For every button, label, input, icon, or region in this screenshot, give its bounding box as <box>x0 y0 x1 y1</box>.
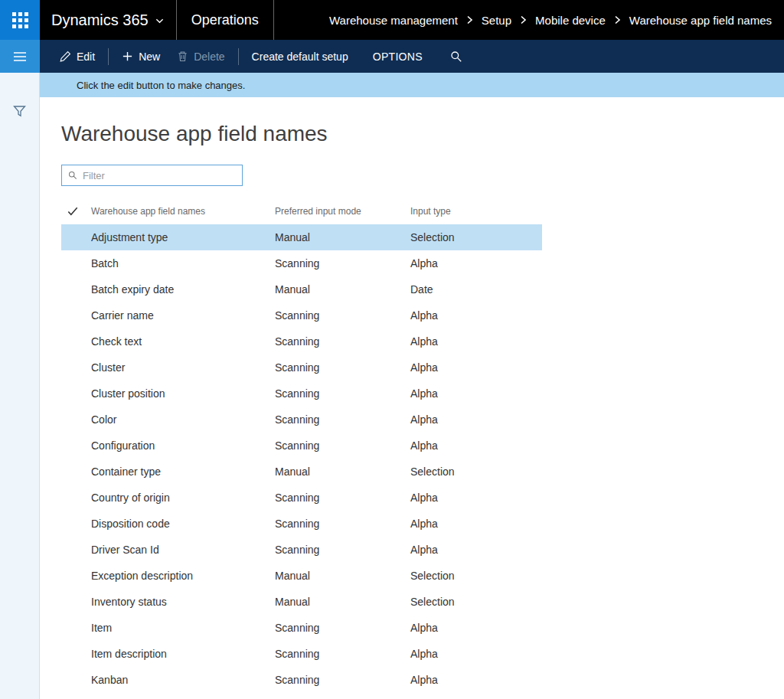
field-name-cell[interactable]: Item description <box>91 648 275 660</box>
column-header-input-type[interactable]: Input type <box>410 206 542 217</box>
field-name-cell[interactable]: Container type <box>91 465 275 478</box>
new-button[interactable]: New <box>113 40 168 73</box>
table-row[interactable]: Carrier name Scanning Alpha <box>61 302 542 328</box>
input-type-cell: Selection <box>410 465 542 478</box>
search-icon <box>68 171 77 180</box>
field-name-cell[interactable]: Item <box>91 622 275 634</box>
trash-icon <box>177 51 188 62</box>
breadcrumb-item-warehouse-management[interactable]: Warehouse management <box>329 14 458 27</box>
chevron-right-icon <box>614 15 621 24</box>
table-row[interactable]: Cluster Scanning Alpha <box>61 354 542 381</box>
table-row[interactable]: Item Scanning Alpha <box>61 615 542 641</box>
input-mode-cell: Scanning <box>275 361 410 374</box>
field-name-cell[interactable]: Country of origin <box>91 492 275 504</box>
input-mode-cell: Scanning <box>275 492 410 504</box>
input-mode-cell: Manual <box>275 570 410 582</box>
table-row[interactable]: Color Scanning Alpha <box>61 407 542 433</box>
grid-header: Warehouse app field names Preferred inpu… <box>61 201 542 221</box>
table-row[interactable]: Kanban card Scanning Alpha <box>61 693 542 699</box>
table-row[interactable]: Inventory status Manual Selection <box>61 589 542 615</box>
field-name-cell[interactable]: Exception description <box>91 570 275 582</box>
input-mode-cell: Manual <box>275 231 410 243</box>
input-mode-cell: Scanning <box>275 648 410 660</box>
search-icon <box>450 51 462 63</box>
app-launcher-button[interactable] <box>0 0 40 40</box>
input-mode-cell: Manual <box>275 596 410 608</box>
filter-box[interactable] <box>61 165 243 186</box>
table-row[interactable]: Check text Scanning Alpha <box>61 328 542 354</box>
options-button[interactable]: OPTIONS <box>364 40 431 73</box>
input-type-cell: Alpha <box>410 361 542 374</box>
field-name-cell[interactable]: Kanban <box>91 674 275 686</box>
table-row[interactable]: Batch expiry date Manual Date <box>61 276 542 302</box>
input-mode-cell: Scanning <box>275 439 410 452</box>
table-row[interactable]: Kanban Scanning Alpha <box>61 667 542 693</box>
menu-toggle-button[interactable] <box>0 40 40 73</box>
table-row[interactable]: Adjustment type Manual Selection <box>61 224 542 250</box>
input-mode-cell: Scanning <box>275 544 410 556</box>
input-type-cell: Alpha <box>410 674 542 686</box>
edit-button[interactable]: Edit <box>51 40 103 73</box>
field-name-cell[interactable]: Cluster <box>91 361 275 374</box>
filter-pane-button[interactable] <box>13 105 26 119</box>
input-mode-cell: Scanning <box>275 335 410 348</box>
input-type-cell: Alpha <box>410 439 542 452</box>
field-name-cell[interactable]: Batch expiry date <box>91 283 275 296</box>
table-row[interactable]: Country of origin Scanning Alpha <box>61 485 542 511</box>
table-row[interactable]: Disposition code Scanning Alpha <box>61 511 542 537</box>
chevron-right-icon <box>466 15 473 24</box>
field-name-cell[interactable]: Disposition code <box>91 518 275 530</box>
left-sidebar <box>0 73 40 699</box>
dynamics-home-link[interactable]: Dynamics 365 <box>51 11 164 29</box>
column-header-input-mode[interactable]: Preferred input mode <box>275 206 410 217</box>
table-row[interactable]: Container type Manual Selection <box>61 459 542 485</box>
field-name-cell[interactable]: Check text <box>91 335 275 348</box>
field-name-cell[interactable]: Inventory status <box>91 596 275 608</box>
field-names-grid: Warehouse app field names Preferred inpu… <box>61 201 542 699</box>
select-all-header[interactable] <box>61 207 91 216</box>
input-mode-cell: Manual <box>275 465 410 478</box>
field-name-cell[interactable]: Color <box>91 413 275 426</box>
input-type-cell: Alpha <box>410 413 542 426</box>
new-label: New <box>139 51 160 63</box>
table-row[interactable]: Exception description Manual Selection <box>61 563 542 589</box>
input-type-cell: Alpha <box>410 544 542 556</box>
product-name: Operations <box>177 0 273 40</box>
breadcrumb-item-setup[interactable]: Setup <box>482 14 511 27</box>
create-default-setup-button[interactable]: Create default setup <box>243 40 357 73</box>
info-bar: Click the edit button to make changes. <box>40 73 784 97</box>
topbar-divider <box>273 0 274 40</box>
field-name-cell[interactable]: Batch <box>91 257 275 269</box>
delete-button[interactable]: Delete <box>168 40 233 73</box>
breadcrumb-item-current-page: Warehouse app field names <box>629 14 772 27</box>
table-row[interactable]: Configuration Scanning Alpha <box>61 433 542 459</box>
grid-rows: Adjustment type Manual Selection Batch S… <box>61 224 542 699</box>
input-type-cell: Selection <box>410 231 542 243</box>
edit-label: Edit <box>77 51 95 63</box>
field-name-cell[interactable]: Cluster position <box>91 387 275 400</box>
field-name-cell[interactable]: Configuration <box>91 439 275 452</box>
table-row[interactable]: Batch Scanning Alpha <box>61 250 542 276</box>
input-type-cell: Selection <box>410 570 542 582</box>
checkmark-icon <box>67 207 78 216</box>
field-name-cell[interactable]: Carrier name <box>91 309 275 322</box>
field-name-cell[interactable]: Driver Scan Id <box>91 544 275 556</box>
field-name-cell[interactable]: Adjustment type <box>91 231 275 243</box>
input-mode-cell: Scanning <box>275 674 410 686</box>
input-type-cell: Alpha <box>410 335 542 348</box>
pencil-icon <box>60 51 71 62</box>
create-default-setup-label: Create default setup <box>252 51 348 63</box>
lower-region: Click the edit button to make changes. W… <box>0 73 784 699</box>
table-row[interactable]: Cluster position Scanning Alpha <box>61 381 542 407</box>
input-type-cell: Date <box>410 283 542 296</box>
chevron-right-icon <box>520 15 527 24</box>
actionbar-search-button[interactable] <box>442 40 471 73</box>
input-type-cell: Alpha <box>410 518 542 530</box>
filter-input[interactable] <box>83 170 236 181</box>
column-header-field-name[interactable]: Warehouse app field names <box>91 206 275 217</box>
app-name: Dynamics 365 <box>51 11 149 29</box>
breadcrumb-item-mobile-device[interactable]: Mobile device <box>535 14 606 27</box>
table-row[interactable]: Driver Scan Id Scanning Alpha <box>61 537 542 563</box>
app-window: Dynamics 365 Operations Warehouse manage… <box>0 0 784 699</box>
table-row[interactable]: Item description Scanning Alpha <box>61 641 542 667</box>
